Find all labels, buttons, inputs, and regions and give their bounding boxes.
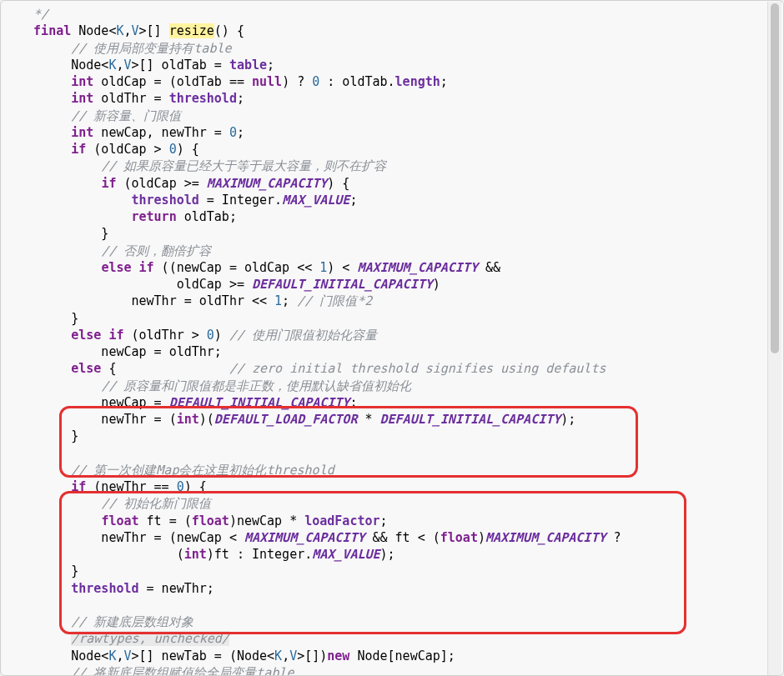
- code-line: // 初始化新门限值: [11, 495, 783, 512]
- vertical-scrollbar[interactable]: [767, 2, 781, 675]
- code-line: // 将新底层数组赋值给全局变量table: [11, 664, 783, 676]
- code-line: // 第一次创建Map会在这里初始化threshold: [11, 462, 783, 478]
- code-line: else if ((newCap = oldCap << 1) < MAXIMU…: [11, 259, 783, 276]
- code-line: newThr = (newCap < MAXIMUM_CAPACITY && f…: [11, 529, 783, 546]
- code-line: newCap = oldThr;: [11, 343, 783, 360]
- code-line: }: [11, 563, 783, 579]
- code-line: Node<K,V>[] oldTab = table;: [11, 57, 783, 73]
- code-line: int newCap, newThr = 0;: [11, 124, 783, 141]
- code-line: newThr = oldThr << 1; // 门限值*2: [11, 293, 783, 309]
- code-line: // 新容量、门限值: [11, 108, 783, 124]
- code-line: newThr = (int)(DEFAULT_LOAD_FACTOR * DEF…: [11, 411, 783, 428]
- code-line: if (newThr == 0) {: [11, 478, 783, 495]
- code-line: [11, 445, 783, 462]
- code-line: // 使用局部变量持有table: [11, 40, 783, 57]
- code-line: Node<K,V>[] newTab = (Node<K,V>[])new No…: [11, 648, 783, 664]
- code-line: threshold = newThr;: [11, 580, 783, 597]
- code-line: }: [11, 225, 783, 242]
- code-line: // 原容量和门限值都是非正数，使用默认缺省值初始化: [11, 378, 783, 394]
- code-line: // 如果原容量已经大于等于最大容量，则不在扩容: [11, 158, 783, 174]
- code-line: threshold = Integer.MAX_VALUE;: [11, 192, 783, 208]
- code-line: int oldThr = threshold;: [11, 90, 783, 107]
- code-line: oldCap >= DEFAULT_INITIAL_CAPACITY): [11, 276, 783, 293]
- code-line: final Node<K,V>[] resize() {: [11, 23, 783, 39]
- code-line: // 新建底层数组对象: [11, 613, 783, 630]
- code-screenshot-frame: */ final Node<K,V>[] resize() { // 使用局部变…: [0, 0, 784, 676]
- code-line: else { // zero initial threshold signifi…: [11, 360, 783, 377]
- code-line: }: [11, 428, 783, 444]
- scrollbar-thumb[interactable]: [771, 3, 779, 353]
- code-line: */: [11, 6, 783, 23]
- code-line: else if (oldThr > 0) // 使用门限值初始化容量: [11, 327, 783, 343]
- source-code-block: */ final Node<K,V>[] resize() { // 使用局部变…: [11, 6, 783, 676]
- code-line: int oldCap = (oldTab == null) ? 0 : oldT…: [11, 73, 783, 90]
- code-line: newCap = DEFAULT_INITIAL_CAPACITY;: [11, 394, 783, 411]
- code-line: // 否则，翻倍扩容: [11, 243, 783, 259]
- code-line: /rawtypes, unchecked/: [11, 630, 783, 647]
- code-line: if (oldCap >= MAXIMUM_CAPACITY) {: [11, 175, 783, 192]
- code-line: if (oldCap > 0) {: [11, 141, 783, 158]
- code-line: float ft = (float)newCap * loadFactor;: [11, 513, 783, 529]
- code-line: [11, 597, 783, 613]
- code-line: }: [11, 310, 783, 327]
- code-line: (int)ft : Integer.MAX_VALUE);: [11, 546, 783, 563]
- code-line: return oldTab;: [11, 208, 783, 225]
